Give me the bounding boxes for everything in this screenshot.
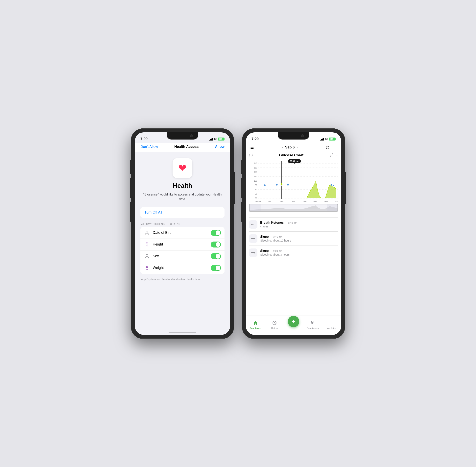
permission-weight: Weight <box>140 262 225 274</box>
next-date-button[interactable]: › <box>297 145 298 149</box>
filter-icon[interactable] <box>332 145 337 150</box>
heart-icon: ❤ <box>178 162 187 174</box>
status-icons-2: ⌘ 100+ <box>320 138 336 141</box>
tab-history-label: History <box>271 327 278 329</box>
sex-toggle[interactable] <box>211 253 221 259</box>
health-body: ❤ Health "Biosense" would like to access… <box>135 152 230 335</box>
add-button[interactable]: + <box>288 316 299 327</box>
permission-date-of-birth: Date of Birth <box>140 227 225 239</box>
tab-dashboard[interactable]: Dashboard <box>246 321 265 329</box>
sleep-1-more-button[interactable]: ⋮ <box>334 236 338 241</box>
svg-text:1PM: 1PM <box>303 200 306 202</box>
target-icon[interactable]: ◎ <box>326 145 329 150</box>
svg-text:80: 80 <box>255 188 257 191</box>
volume-down-button-2 <box>241 202 242 222</box>
status-time: 7:09 <box>140 137 148 141</box>
menu-icon[interactable]: ☰ <box>250 145 254 150</box>
wifi-icon-2: ⌘ <box>325 138 328 141</box>
sleep-2-subtitle: Sleeping: about 3 hours <box>260 253 332 256</box>
svg-rect-66 <box>255 252 255 253</box>
clock-icon <box>272 321 277 326</box>
permission-height: Height <box>140 239 225 250</box>
weight-label: Weight <box>153 266 208 270</box>
sleep-2-icon-wrap <box>249 248 257 257</box>
svg-text:60: 60 <box>255 197 257 199</box>
chart-header: ⓘ Glucose Chart ⌄ <box>249 153 338 158</box>
svg-text:110: 110 <box>254 175 257 177</box>
expand-icon[interactable] <box>330 153 333 157</box>
svg-rect-65 <box>254 252 255 253</box>
svg-rect-64 <box>252 252 254 253</box>
health-screen: 7:09 ⌘ 100+ Don't Allow He <box>135 132 230 335</box>
phone-1: 7:09 ⌘ 100+ Don't Allow He <box>131 129 234 339</box>
tab-history[interactable]: History <box>265 321 284 329</box>
app-explanation: App Explanation: Read and understand hea… <box>141 278 200 281</box>
svg-text:11PM: 11PM <box>333 200 338 202</box>
breath-ketones-subtitle: 4 aces <box>260 225 332 228</box>
wave-icon <box>251 222 255 227</box>
chart-minimap[interactable] <box>249 204 338 212</box>
tab-experiments[interactable]: Experiments <box>303 321 322 329</box>
svg-rect-63 <box>252 252 252 253</box>
volume-up-button <box>130 178 131 198</box>
allow-button[interactable]: Allow <box>215 145 225 149</box>
phone-1-screen: 7:09 ⌘ 100+ Don't Allow He <box>135 132 230 335</box>
house-icon <box>253 321 258 326</box>
status-icons: ⌘ 100+ <box>209 138 225 141</box>
breath-ketones-more-button[interactable]: ⋮ <box>334 222 338 227</box>
svg-point-50 <box>287 184 289 186</box>
svg-point-8 <box>146 266 148 267</box>
analytics-icon <box>329 321 334 326</box>
dont-allow-button[interactable]: Don't Allow <box>140 145 158 149</box>
svg-text:90: 90 <box>255 184 257 186</box>
svg-rect-55 <box>250 204 261 211</box>
figure-icon-height <box>144 242 150 247</box>
log-item-breath-ketones: Breath Ketones · 6:48 am 4 aces ⋮ <box>249 217 338 232</box>
sleep-1-title: Sleep <box>260 235 269 238</box>
weight-toggle[interactable] <box>211 265 221 271</box>
prev-date-button[interactable]: ‹ <box>282 145 283 149</box>
tab-analytics[interactable]: Analytics <box>322 321 341 329</box>
date-of-birth-toggle[interactable] <box>211 230 221 236</box>
svg-text:12AM: 12AM <box>256 200 261 202</box>
sleep-2-more-button[interactable]: ⋮ <box>334 250 338 255</box>
allow-section-label: ALLOW "BIOSENSE" TO READ <box>141 222 180 225</box>
battery-icon-2: 100+ <box>329 138 336 141</box>
signal-icon-2 <box>320 138 324 141</box>
dumbbell-icon-1 <box>251 236 255 241</box>
sex-label: Sex <box>153 254 208 258</box>
current-date: Sep 6 <box>285 145 295 149</box>
svg-point-49 <box>280 183 283 185</box>
turn-off-all-button[interactable]: Turn Off All <box>140 207 225 218</box>
glucose-chart-svg[interactable]: 140 130 120 110 100 90 80 70 60 50 12AM … <box>249 159 338 203</box>
phone-2: 7:20 ⌘ 100+ ☰ ‹ <box>242 129 345 339</box>
dumbbell-icon-2 <box>251 250 255 255</box>
svg-rect-61 <box>255 238 255 239</box>
svg-text:120: 120 <box>254 171 257 173</box>
tab-bar: Dashboard History + <box>246 316 341 335</box>
chart-info-icon[interactable]: ⓘ <box>249 153 253 158</box>
height-toggle[interactable] <box>211 242 221 247</box>
height-label: Height <box>153 242 208 246</box>
nav-dots: • • • <box>246 151 341 153</box>
svg-point-52 <box>332 185 334 187</box>
sleep-1-time: 6:46 am <box>273 235 282 238</box>
permission-sex: Sex <box>140 250 225 262</box>
health-app-name: Health <box>173 182 192 189</box>
chevron-down-icon[interactable]: ⌄ <box>335 153 338 157</box>
mute-button-2 <box>241 160 242 174</box>
person-icon <box>144 230 150 236</box>
tab-add[interactable]: + <box>284 318 303 329</box>
battery-icon: 100+ <box>218 138 225 141</box>
svg-rect-60 <box>254 238 255 239</box>
nav-right-icons: ◎ <box>326 145 337 150</box>
plus-icon: + <box>292 319 295 324</box>
svg-text:6AM: 6AM <box>280 200 283 202</box>
svg-line-69 <box>275 323 275 324</box>
sleep-1-title-line: Sleep · 6:46 am <box>260 235 332 239</box>
figure-icon-weight <box>144 265 150 271</box>
svg-line-6 <box>147 246 148 246</box>
chart-section: ⓘ Glucose Chart ⌄ <box>246 153 341 215</box>
tab-analytics-label: Analytics <box>327 327 336 329</box>
date-nav: ‹ Sep 6 › <box>282 145 298 149</box>
